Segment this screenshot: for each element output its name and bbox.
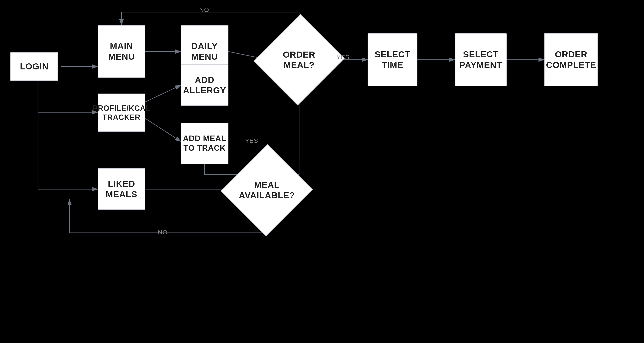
add-allergy-box: ADDALLERGY: [181, 65, 228, 106]
svg-line-8: [145, 119, 181, 141]
yes2-label: YES: [245, 137, 258, 144]
no1-label: NO: [199, 6, 209, 13]
liked-meals-box: LIKEDMEALS: [98, 168, 145, 210]
select-payment-box: SELECTPAYMENT: [455, 33, 507, 86]
order-complete-box: ORDERCOMPLETE: [544, 33, 598, 86]
flowchart: LOGIN MAINMENU DAILYMENU ORDERMEAL? YES …: [0, 0, 644, 343]
meal-available-diamond: MEALAVAILABLE?: [235, 157, 299, 223]
order-meal-diamond: ORDERMEAL?: [268, 27, 330, 93]
yes1-label: YES: [336, 54, 350, 61]
add-meal-track-box: ADD MEALTO TRACK: [181, 123, 228, 164]
no2-label: NO: [158, 229, 168, 236]
main-menu-box: MAINMENU: [98, 25, 145, 78]
select-time-box: SELECTTIME: [368, 33, 418, 86]
profile-tracker-box: PROFILE/KCALTRACKER: [98, 94, 145, 132]
svg-line-7: [145, 85, 181, 102]
login-box: LOGIN: [10, 52, 58, 81]
